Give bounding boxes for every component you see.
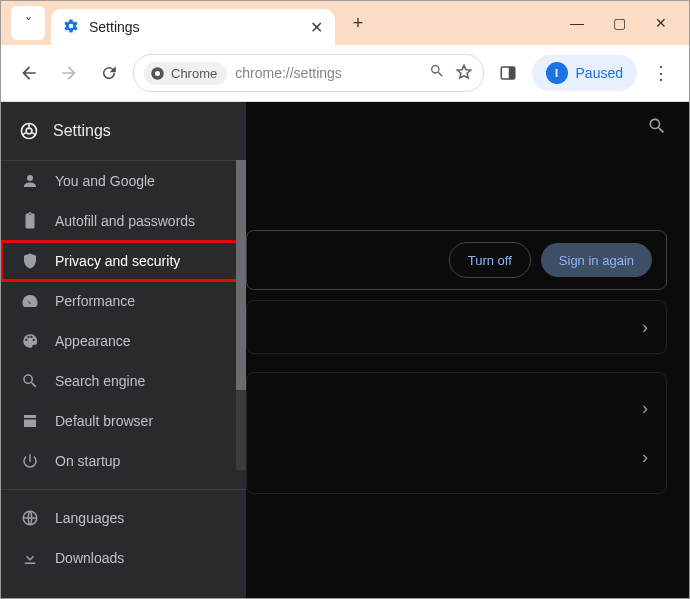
- reload-icon: [100, 64, 118, 82]
- sidebar-item-label: Privacy and security: [55, 253, 180, 269]
- settings-shell: Settings You and Google Autofill and pas…: [1, 102, 689, 599]
- paused-label: Paused: [576, 65, 623, 81]
- chevron-right-icon: ›: [642, 398, 648, 419]
- chrome-menu-button[interactable]: ⋮: [645, 57, 677, 89]
- address-bar[interactable]: Chrome chrome://settings: [133, 54, 484, 92]
- new-tab-button[interactable]: +: [343, 8, 373, 38]
- tab-title: Settings: [89, 19, 140, 35]
- chevron-right-icon: ›: [642, 447, 648, 468]
- reload-button[interactable]: [93, 57, 125, 89]
- forward-button[interactable]: [53, 57, 85, 89]
- avatar-letter: I: [555, 67, 558, 79]
- sidebar-item-privacy[interactable]: Privacy and security: [1, 241, 246, 281]
- sidebar-items: You and Google Autofill and passwords Pr…: [1, 161, 246, 599]
- tabs-dropdown-button[interactable]: ˅: [11, 6, 45, 40]
- svg-rect-3: [508, 67, 514, 79]
- settings-row-group[interactable]: › ›: [246, 372, 667, 494]
- sign-in-again-button[interactable]: Sign in again: [541, 243, 652, 277]
- sidebar-item-label: Appearance: [55, 333, 131, 349]
- bookmark-star-icon[interactable]: [455, 63, 473, 84]
- sidebar-scrollbar-thumb[interactable]: [236, 160, 246, 390]
- sidebar-item-label: Search engine: [55, 373, 145, 389]
- origin-chip[interactable]: Chrome: [144, 62, 227, 85]
- svg-point-1: [155, 71, 160, 76]
- search-icon: [647, 116, 667, 136]
- minimize-button[interactable]: —: [569, 15, 585, 31]
- search-icon: [21, 372, 39, 390]
- minimize-icon: —: [570, 15, 584, 31]
- tab-strip: ˅ Settings ✕ + — ▢ ✕: [1, 1, 689, 45]
- sidebar-item-label: Languages: [55, 510, 124, 526]
- sidebar-item-on-startup[interactable]: On startup: [1, 441, 246, 481]
- addressbar-actions: [429, 63, 473, 84]
- settings-sidebar: Settings You and Google Autofill and pas…: [1, 102, 246, 599]
- sidebar-item-label: Autofill and passwords: [55, 213, 195, 229]
- zoom-icon[interactable]: [429, 63, 445, 84]
- close-icon: ✕: [655, 15, 667, 31]
- sidebar-item-default-browser[interactable]: Default browser: [1, 401, 246, 441]
- speedometer-icon: [21, 292, 39, 310]
- square-icon: ▢: [613, 15, 626, 31]
- window-controls: — ▢ ✕: [569, 15, 689, 31]
- sidebar-item-label: Downloads: [55, 550, 124, 566]
- power-icon: [21, 452, 39, 470]
- browser-tab-settings[interactable]: Settings ✕: [51, 9, 335, 45]
- browser-window-icon: [21, 412, 39, 430]
- palette-icon: [21, 332, 39, 350]
- settings-content: Turn off Sign in again › › ›: [246, 102, 689, 599]
- avatar: I: [546, 62, 568, 84]
- shield-icon: [21, 252, 39, 270]
- sidebar-item-label: On startup: [55, 453, 120, 469]
- sidebar-item-label: Default browser: [55, 413, 153, 429]
- sidebar-item-performance[interactable]: Performance: [1, 281, 246, 321]
- arrow-left-icon: [19, 63, 39, 83]
- turn-off-button[interactable]: Turn off: [449, 242, 531, 278]
- side-panel-button[interactable]: [492, 57, 524, 89]
- sidebar-heading: Settings: [53, 122, 111, 140]
- sidebar-item-downloads[interactable]: Downloads: [1, 538, 246, 578]
- button-label: Turn off: [468, 253, 512, 268]
- maximize-button[interactable]: ▢: [611, 15, 627, 31]
- origin-chip-label: Chrome: [171, 66, 217, 81]
- sidebar-item-search-engine[interactable]: Search engine: [1, 361, 246, 401]
- svg-point-5: [26, 128, 32, 134]
- sidebar-item-appearance[interactable]: Appearance: [1, 321, 246, 361]
- chrome-outline-icon: [19, 121, 39, 141]
- sidebar-header: Settings: [1, 102, 246, 161]
- clipboard-icon: [21, 212, 39, 230]
- person-icon: [21, 172, 39, 190]
- side-panel-icon: [499, 64, 517, 82]
- chevron-right-icon: ›: [642, 317, 648, 338]
- sidebar-item-you-and-google[interactable]: You and Google: [1, 161, 246, 201]
- sidebar-item-label: You and Google: [55, 173, 155, 189]
- back-button[interactable]: [13, 57, 45, 89]
- sidebar-item-languages[interactable]: Languages: [1, 498, 246, 538]
- gear-icon: [63, 18, 79, 37]
- chevron-stack: › ›: [642, 398, 648, 468]
- button-label: Sign in again: [559, 253, 634, 268]
- close-tab-button[interactable]: ✕: [310, 18, 323, 37]
- arrow-right-icon: [59, 63, 79, 83]
- sidebar-separator: [1, 489, 246, 490]
- globe-icon: [21, 509, 39, 527]
- url-text: chrome://settings: [235, 65, 342, 81]
- plus-icon: +: [353, 13, 364, 34]
- toolbar: Chrome chrome://settings I Paused ⋮: [1, 45, 689, 102]
- sidebar-item-autofill[interactable]: Autofill and passwords: [1, 201, 246, 241]
- sync-paused-card: Turn off Sign in again: [246, 230, 667, 290]
- close-window-button[interactable]: ✕: [653, 15, 669, 31]
- chevron-down-icon: ˅: [25, 15, 32, 31]
- sidebar-item-label: Performance: [55, 293, 135, 309]
- settings-row[interactable]: ›: [246, 300, 667, 354]
- chrome-logo-icon: [150, 66, 165, 81]
- profile-paused-chip[interactable]: I Paused: [532, 55, 637, 91]
- search-settings-button[interactable]: [647, 116, 667, 139]
- download-icon: [21, 549, 39, 567]
